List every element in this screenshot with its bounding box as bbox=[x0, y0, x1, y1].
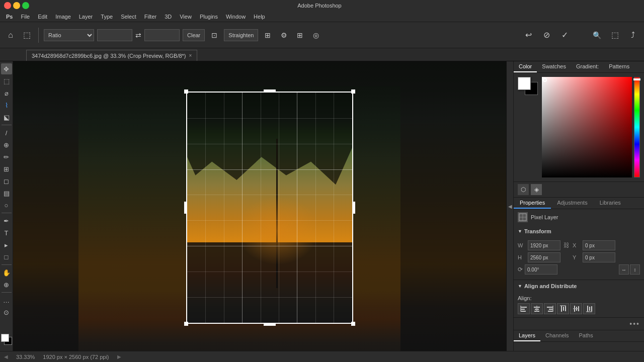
align-middle-v-button[interactable] bbox=[570, 303, 582, 314]
share-icon[interactable]: ⤴ bbox=[626, 28, 640, 42]
tool-eraser[interactable]: ◻ bbox=[1, 175, 12, 187]
menu-plugins[interactable]: Plugins bbox=[196, 13, 222, 21]
confirm-icon[interactable]: ✓ bbox=[557, 28, 572, 42]
minimize-button[interactable] bbox=[13, 2, 20, 9]
x-input[interactable] bbox=[583, 240, 615, 250]
tab-close-button[interactable]: × bbox=[189, 53, 192, 58]
menu-help[interactable]: Help bbox=[250, 13, 269, 21]
canvas-area[interactable] bbox=[13, 61, 506, 351]
crop-handle-ml[interactable] bbox=[184, 202, 187, 214]
tool-extra1[interactable]: … bbox=[1, 295, 12, 306]
ratio-width-input[interactable] bbox=[97, 29, 132, 41]
color-gradient[interactable] bbox=[542, 77, 632, 177]
crop-handle-bl[interactable] bbox=[184, 322, 188, 326]
menu-type[interactable]: Type bbox=[97, 13, 117, 21]
crop-container[interactable] bbox=[186, 92, 353, 324]
no-icon[interactable]: ⊘ bbox=[539, 28, 553, 42]
align-section-header[interactable]: ▼ Align and Distribute bbox=[514, 280, 644, 292]
ratio-height-input[interactable] bbox=[144, 29, 180, 41]
maximize-button[interactable] bbox=[22, 2, 29, 9]
settings-icon[interactable]: ⚙ bbox=[277, 29, 290, 42]
crop-handle-tl[interactable] bbox=[184, 89, 188, 94]
undo-icon[interactable]: ↩ bbox=[521, 28, 535, 42]
menu-ps[interactable]: Ps bbox=[2, 13, 17, 21]
crop-handle-bm[interactable] bbox=[264, 323, 276, 326]
menu-filter[interactable]: Filter bbox=[140, 13, 160, 21]
tab-swatches[interactable]: Swatches bbox=[537, 61, 571, 72]
straighten-button[interactable]: Straighten bbox=[224, 29, 258, 41]
tool-brush[interactable]: ✏ bbox=[1, 151, 12, 162]
tab-adjustments[interactable]: Adjustments bbox=[551, 198, 594, 209]
crop-handle-br[interactable] bbox=[351, 322, 355, 326]
menu-image[interactable]: Image bbox=[51, 13, 75, 21]
y-input[interactable] bbox=[583, 252, 615, 262]
ratio-select[interactable]: Ratio bbox=[44, 29, 94, 41]
tool-healing[interactable]: ⊕ bbox=[1, 139, 12, 150]
crop-handle-mr[interactable] bbox=[352, 202, 355, 214]
tool-pen[interactable]: ✒ bbox=[1, 215, 12, 226]
hue-bar[interactable] bbox=[634, 77, 640, 177]
angle-input[interactable] bbox=[525, 264, 557, 275]
color-adjust-icon[interactable]: ◈ bbox=[531, 184, 542, 195]
menu-file[interactable]: File bbox=[17, 13, 34, 21]
tab-layers[interactable]: Layers bbox=[514, 330, 540, 341]
menu-select[interactable]: Select bbox=[117, 13, 140, 21]
scroll-right-button[interactable]: ▶ bbox=[117, 354, 121, 359]
align-bottom-button[interactable] bbox=[583, 303, 595, 314]
tab-gradient[interactable]: Gradient: bbox=[571, 61, 604, 72]
window-controls[interactable] bbox=[4, 2, 29, 9]
crop-handle-tr[interactable] bbox=[351, 89, 355, 94]
menu-3d[interactable]: 3D bbox=[160, 13, 176, 21]
h-input[interactable] bbox=[528, 252, 560, 262]
document-tab[interactable]: 3474d28968d7c2899bc6.jpg @ 33.3% (Crop P… bbox=[26, 50, 197, 61]
crop-ratio-icon[interactable]: ⊞ bbox=[293, 29, 306, 42]
search-icon[interactable]: 🔍 bbox=[590, 28, 604, 42]
tab-libraries[interactable]: Libraries bbox=[594, 198, 627, 209]
scroll-left-button[interactable]: ◀ bbox=[4, 354, 8, 359]
crop-overlay-icon[interactable]: ⊡ bbox=[208, 29, 221, 42]
tool-stamp[interactable]: ⊞ bbox=[1, 163, 12, 174]
tool-gradient[interactable]: ▤ bbox=[1, 188, 12, 199]
menu-edit[interactable]: Edit bbox=[34, 13, 51, 21]
tool-home-icon[interactable]: ⌂ bbox=[4, 29, 17, 42]
flip-v-button[interactable]: ↕ bbox=[630, 264, 640, 275]
tab-properties[interactable]: Properties bbox=[514, 198, 551, 209]
transform-section-header[interactable]: ▼ Transform bbox=[514, 225, 644, 237]
tool-move[interactable]: ✥ bbox=[1, 63, 12, 74]
tool-dodge[interactable]: ○ bbox=[1, 200, 12, 211]
tool-extra2[interactable]: ⊙ bbox=[1, 307, 12, 318]
3d-cube-icon[interactable]: ⬡ bbox=[518, 184, 529, 195]
menu-view[interactable]: View bbox=[176, 13, 196, 21]
tab-paths[interactable]: Paths bbox=[574, 330, 598, 341]
crop-handle-tm[interactable] bbox=[264, 89, 276, 93]
tool-crop[interactable]: ⌇ bbox=[1, 100, 12, 111]
clear-button[interactable]: Clear bbox=[183, 29, 205, 41]
flip-h-button[interactable]: ↔ bbox=[619, 264, 629, 275]
tool-rectangle[interactable]: □ bbox=[1, 251, 12, 262]
tool-eyedropper[interactable]: / bbox=[1, 127, 12, 138]
tool-hand[interactable]: ✋ bbox=[1, 267, 12, 278]
tool-path-select[interactable]: ▸ bbox=[1, 239, 12, 250]
crop-frame-icon[interactable]: ⬚ bbox=[20, 29, 33, 42]
tab-channels[interactable]: Channels bbox=[540, 330, 574, 341]
w-input[interactable] bbox=[528, 240, 560, 250]
foreground-color[interactable] bbox=[1, 334, 9, 342]
overlay-icon[interactable]: ◎ bbox=[309, 29, 323, 42]
tool-transform[interactable]: ⬕ bbox=[1, 112, 12, 123]
swap-icon[interactable]: ⇄ bbox=[135, 31, 141, 39]
close-button[interactable] bbox=[4, 2, 11, 9]
tab-color[interactable]: Color bbox=[514, 61, 537, 72]
arrange-icon[interactable]: ⬚ bbox=[608, 28, 622, 42]
align-right-button[interactable] bbox=[544, 303, 556, 314]
align-left-button[interactable] bbox=[518, 303, 530, 314]
tool-marquee[interactable]: ⬚ bbox=[1, 75, 12, 86]
menu-layer[interactable]: Layer bbox=[75, 13, 97, 21]
grid-icon[interactable]: ⊞ bbox=[261, 29, 274, 42]
align-center-h-button[interactable] bbox=[531, 303, 543, 314]
foreground-swatch[interactable] bbox=[518, 77, 531, 90]
tool-text[interactable]: T bbox=[1, 227, 12, 238]
align-top-button[interactable] bbox=[557, 303, 569, 314]
tool-zoom[interactable]: ⊕ bbox=[1, 279, 12, 290]
tab-patterns[interactable]: Patterns bbox=[604, 61, 634, 72]
more-button[interactable]: ••• bbox=[629, 320, 640, 328]
